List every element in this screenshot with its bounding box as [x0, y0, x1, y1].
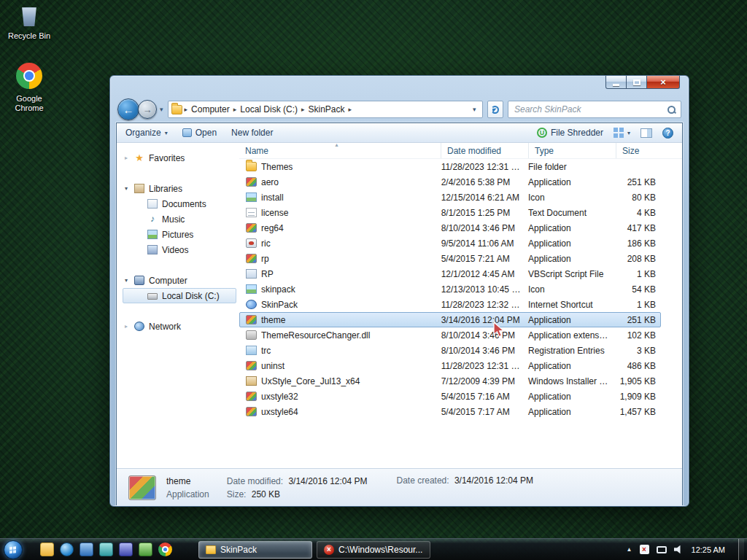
volume-icon[interactable] [674, 545, 683, 554]
expand-arrow-icon[interactable]: ▸ [125, 323, 134, 330]
collapse-arrow-icon[interactable]: ▾ [125, 277, 134, 284]
file-size: 251 KB [615, 315, 660, 325]
back-icon: ← [123, 104, 134, 116]
clock[interactable]: 12:25 AM [692, 545, 725, 554]
file-name: Themes [261, 162, 441, 172]
file-name: RP [261, 269, 441, 279]
file-row-skinpack[interactable]: SkinPack11/28/2023 12:32 …Internet Short… [239, 297, 661, 312]
mouse-cursor [493, 322, 506, 339]
file-name: UxStyle_Core_Jul13_x64 [261, 376, 441, 386]
sidebar-item-label: Computer [149, 276, 187, 286]
sidebar-item-music[interactable]: ♪Music [123, 211, 236, 227]
file-row-uxstyle-core-jul13-x64[interactable]: UxStyle_Core_Jul13_x647/12/2009 4:39 PMW… [239, 373, 661, 389]
file-row-uninst[interactable]: uninst11/28/2023 12:31 …Application486 K… [239, 358, 661, 373]
file-icon-app2 [246, 238, 257, 248]
desktop-icon-label: Recycle Bin [3, 31, 55, 41]
taskbar-button-windows-resour[interactable]: × C:\Windows\Resour... [317, 541, 430, 559]
search-input[interactable] [513, 104, 667, 115]
sidebar-item-network[interactable]: ▸Network [123, 319, 236, 334]
sidebar-item-computer[interactable]: ▾Computer [123, 273, 236, 288]
show-desktop-button[interactable] [738, 539, 744, 560]
recent-pages-dropdown[interactable]: ▾ [160, 106, 163, 113]
close-button[interactable]: × [647, 76, 680, 89]
app-blue-taskbar-icon[interactable] [80, 542, 93, 556]
file-name: rp [261, 254, 441, 264]
search-box[interactable] [508, 101, 681, 118]
preview-pane-button[interactable] [640, 128, 652, 138]
organize-button[interactable]: Organize ▾ [125, 128, 168, 138]
file-size: 80 KB [615, 192, 660, 203]
file-type: VBScript Script File [528, 269, 615, 279]
file-name: aero [261, 177, 441, 187]
sidebar-item-label: Network [149, 322, 181, 332]
taskbar-button-skinpack[interactable]: SkinPack [198, 541, 312, 559]
chrome-taskbar-icon[interactable] [158, 542, 172, 556]
minimize-button[interactable] [605, 76, 627, 89]
column-header-type[interactable]: Type [529, 143, 616, 158]
app-indigo-taskbar-icon[interactable] [119, 542, 133, 556]
app-green-taskbar-icon[interactable] [139, 542, 152, 556]
sidebar-item-pictures[interactable]: Pictures [123, 227, 236, 242]
collapse-arrow-icon[interactable]: ▾ [125, 185, 134, 192]
file-row-themeresourcechanger-dll[interactable]: ThemeResourceChanger.dll8/10/2014 3:46 P… [239, 327, 661, 343]
file-row-reg64[interactable]: reg648/10/2014 3:46 PMApplication417 KB [239, 220, 661, 236]
file-shredder-button[interactable]: U File Shredder [537, 128, 603, 138]
file-row-themes[interactable]: Themes11/28/2023 12:31 …File folder [239, 159, 661, 174]
column-header-name[interactable]: Name [239, 143, 441, 158]
explorer-taskbar-icon[interactable] [40, 542, 54, 556]
file-row-uxstyle64[interactable]: uxstyle645/4/2015 7:17 AMApplication1,45… [239, 404, 661, 419]
views-grid-icon [614, 128, 624, 138]
breadcrumb-skinpack[interactable]: SkinPack [306, 104, 348, 114]
file-row-rp[interactable]: rp5/4/2015 7:21 AMApplication208 KB [239, 251, 661, 266]
file-row-aero[interactable]: aero2/4/2016 5:38 PMApplication251 KB [239, 174, 661, 190]
help-button[interactable]: ? [662, 128, 673, 139]
desktop-icon-recycle-bin[interactable]: Recycle Bin [3, 4, 55, 41]
command-bar: Organize ▾ Open New folder U File Shredd… [117, 123, 682, 143]
sidebar-item-documents[interactable]: Documents [123, 196, 236, 211]
refresh-button[interactable] [487, 101, 503, 118]
column-header-date-modified[interactable]: Date modified [441, 143, 529, 158]
file-row-ric[interactable]: ric9/5/2014 11:06 AMApplication186 KB [239, 236, 661, 251]
tray-error-icon[interactable]: × [640, 545, 649, 554]
forward-button[interactable]: → [138, 100, 157, 119]
file-row-skinpack[interactable]: skinpack12/13/2013 10:45 …Icon54 KB [239, 281, 661, 297]
media-player-taskbar-icon[interactable] [60, 542, 74, 556]
maximize-button[interactable] [627, 76, 647, 89]
file-icon-txt [246, 208, 257, 217]
chevron-down-icon: ▾ [165, 130, 168, 136]
column-header-size[interactable]: Size [616, 143, 667, 158]
taskbar-button-label: SkinPack [220, 545, 257, 555]
sidebar-item-local-disk-c[interactable]: Local Disk (C:) [123, 288, 236, 303]
address-bar[interactable]: ▸ Computer ▸ Local Disk (C:) ▸ SkinPack … [168, 101, 483, 118]
new-folder-button[interactable]: New folder [231, 128, 273, 138]
file-row-install[interactable]: install12/15/2014 6:21 AMIcon80 KB [239, 190, 661, 205]
breadcrumb-computer[interactable]: Computer [188, 104, 233, 114]
start-button[interactable] [4, 540, 23, 559]
desktop-icon-google-chrome[interactable]: Google Chrome [3, 63, 55, 112]
breadcrumb-local-disk-c[interactable]: Local Disk (C:) [237, 104, 301, 114]
address-dropdown-icon[interactable]: ▾ [470, 106, 479, 113]
show-hidden-icons-button[interactable]: ▲ [627, 546, 632, 553]
open-button[interactable]: Open [182, 128, 217, 138]
file-row-theme[interactable]: theme3/14/2016 12:04 PMApplication251 KB [239, 312, 661, 327]
file-size: 1 KB [615, 269, 660, 279]
app-teal-taskbar-icon[interactable] [99, 542, 113, 556]
sidebar-item-libraries[interactable]: ▾Libraries [123, 181, 236, 196]
file-row-uxstyle32[interactable]: uxstyle325/4/2015 7:16 AMApplication1,90… [239, 389, 661, 404]
file-row-rp[interactable]: RP12/1/2012 4:45 AMVBScript Script File1… [239, 266, 661, 281]
file-list-body: Themes11/28/2023 12:31 …File folderaero2… [239, 159, 682, 419]
expand-arrow-icon[interactable]: ▸ [125, 155, 134, 161]
file-row-trc[interactable]: trc8/10/2014 3:46 PMRegistration Entries… [239, 343, 661, 358]
change-view-button[interactable]: ▾ [614, 128, 630, 138]
display-settings-icon[interactable] [657, 546, 667, 553]
back-button[interactable]: ← [117, 98, 139, 120]
file-shredder-label: File Shredder [551, 128, 603, 138]
sidebar-item-favorites[interactable]: ▸★Favorites [123, 150, 236, 166]
sidebar-item-videos[interactable]: Videos [123, 242, 236, 257]
desktop: Recycle Bin Google Chrome × ← → ▾ ▸ Comp… [0, 0, 747, 560]
network-icon [134, 322, 144, 331]
title-bar[interactable]: × [110, 76, 689, 96]
libraries-icon [134, 184, 144, 193]
file-date-modified: 8/10/2014 3:46 PM [441, 223, 528, 233]
file-row-license[interactable]: license8/1/2015 1:25 PMText Document4 KB [239, 205, 661, 220]
